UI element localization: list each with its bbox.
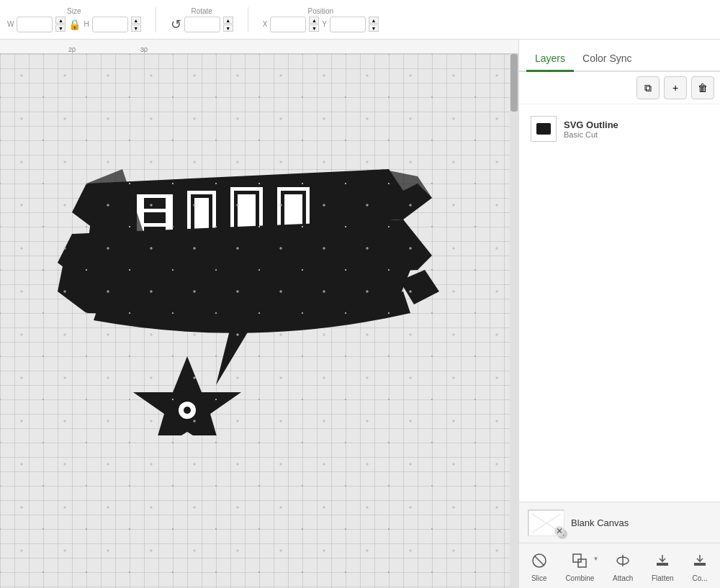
duplicate-layer-button[interactable]: ⧉: [636, 76, 660, 99]
svg-rect-2: [144, 212, 166, 223]
layer-type: Basic Cut: [564, 130, 708, 139]
panel-tabs: Layers Color Sync: [519, 40, 720, 72]
svg-rect-12: [284, 194, 302, 234]
tab-color-sync[interactable]: Color Sync: [574, 47, 640, 72]
y-up[interactable]: ▲: [369, 17, 379, 24]
width-down[interactable]: ▼: [55, 24, 66, 32]
attach-button[interactable]: Attach: [607, 550, 639, 585]
svg-rect-8: [234, 191, 259, 238]
x-label: X: [263, 20, 268, 28]
svg-point-15: [184, 407, 191, 414]
divider-2: [248, 7, 248, 32]
add-icon: +: [672, 82, 678, 94]
width-spinner[interactable]: ▲ ▼: [55, 17, 66, 32]
layer-name: SVG Outline: [564, 119, 708, 130]
slice-label: Slice: [531, 574, 547, 582]
blank-canvas-row: ✕ Blank Canvas: [519, 502, 720, 543]
flatten-button[interactable]: Flatten: [646, 550, 680, 585]
tab-layers[interactable]: Layers: [526, 47, 574, 72]
svg-rect-21: [536, 123, 551, 135]
canvas-grid[interactable]: [0, 54, 518, 588]
rotate-up[interactable]: ▲: [223, 17, 233, 24]
svg-rect-4: [187, 191, 216, 245]
height-input[interactable]: [92, 17, 128, 32]
svg-line-26: [535, 556, 544, 565]
lock-icon[interactable]: 🔒: [68, 19, 81, 30]
width-input[interactable]: [17, 17, 53, 32]
svg-rect-5: [191, 194, 212, 241]
rotate-down[interactable]: ▼: [223, 24, 233, 32]
combine-button[interactable]: Combine ▼: [559, 550, 600, 585]
attach-icon: [615, 553, 631, 572]
canvas-area[interactable]: 20 30: [0, 40, 518, 588]
rotate-input[interactable]: [184, 17, 220, 32]
height-down[interactable]: ▼: [131, 24, 141, 32]
contour-icon: [692, 553, 708, 572]
svg-rect-11: [281, 191, 306, 238]
bottom-actions: Slice Combine ▼ Attach: [519, 543, 720, 588]
svg-rect-9: [238, 194, 256, 234]
y-spinner[interactable]: ▲ ▼: [369, 17, 379, 32]
svg-point-14: [179, 402, 196, 419]
rotate-icon[interactable]: ↺: [171, 17, 181, 32]
delete-layer-button[interactable]: 🗑: [691, 76, 714, 99]
bottom-panel: ✕ Blank Canvas Slice Combine ▼: [519, 502, 720, 588]
height-up[interactable]: ▲: [131, 17, 141, 24]
layer-panel[interactable]: SVG Outline Basic Cut: [519, 104, 720, 502]
svg-rect-7: [230, 187, 263, 241]
canvas-crosses: [0, 54, 518, 588]
slice-button[interactable]: Slice: [526, 550, 553, 585]
x-input[interactable]: [270, 17, 306, 32]
blank-canvas-label: Blank Canvas: [571, 517, 629, 528]
rotate-label: Rotate: [191, 7, 212, 15]
svg-rect-28: [578, 559, 586, 567]
artwork-svg: [29, 126, 446, 435]
svg-rect-0: [137, 194, 173, 245]
layer-toolbar: ⧉ + 🗑: [519, 72, 720, 104]
delete-icon: 🗑: [698, 82, 708, 94]
scrollbar-thumb[interactable]: [510, 54, 518, 112]
svg-rect-27: [573, 554, 581, 562]
svg-marker-13: [133, 356, 241, 435]
position-group: Position X ▲ ▼ Y ▲ ▼: [263, 7, 379, 32]
slice-icon: [531, 553, 547, 572]
w-label: W: [7, 20, 14, 28]
main-area: 20 30: [0, 40, 720, 588]
x-up[interactable]: ▲: [309, 17, 319, 24]
add-layer-button[interactable]: +: [664, 76, 687, 99]
y-label: Y: [322, 20, 327, 28]
width-up[interactable]: ▲: [55, 17, 66, 24]
size-group: Size W ▲ ▼ 🔒 H ▲ ▼: [7, 7, 141, 32]
position-label: Position: [308, 7, 334, 15]
blank-canvas-thumbnail: ✕: [528, 510, 564, 535]
ruler-horizontal: 20 30: [0, 40, 518, 54]
svg-rect-6: [194, 198, 209, 238]
h-label: H: [84, 20, 89, 28]
divider-1: [156, 7, 156, 32]
attach-label: Attach: [613, 574, 633, 582]
size-label: Size: [67, 7, 81, 15]
vertical-scrollbar[interactable]: [510, 54, 518, 588]
duplicate-icon: ⧉: [644, 82, 652, 94]
contour-label: Co...: [693, 574, 708, 582]
y-down[interactable]: ▼: [369, 24, 379, 32]
contour-button[interactable]: Co...: [686, 550, 714, 585]
x-down[interactable]: ▼: [309, 24, 319, 32]
rotate-spinner[interactable]: ▲ ▼: [223, 17, 233, 32]
svg-rect-31: [657, 563, 668, 566]
y-input[interactable]: [330, 17, 366, 32]
layer-item-svg-outline[interactable]: SVG Outline Basic Cut: [525, 110, 714, 148]
right-panel: Layers Color Sync ⧉ + 🗑: [518, 40, 720, 588]
flatten-label: Flatten: [652, 574, 674, 582]
blank-canvas-close[interactable]: ✕: [557, 529, 567, 539]
blank-canvas-thumb-svg: [528, 510, 564, 536]
combine-dropdown-arrow: ▼: [593, 556, 599, 562]
svg-rect-3: [144, 227, 166, 238]
x-spinner[interactable]: ▲ ▼: [309, 17, 319, 32]
flatten-icon: [654, 553, 670, 572]
svg-rect-1: [144, 198, 166, 209]
combine-label: Combine: [565, 574, 594, 582]
combine-icon: [572, 553, 588, 572]
rotate-group: Rotate ↺ ▲ ▼: [171, 7, 233, 32]
height-spinner[interactable]: ▲ ▼: [131, 17, 141, 32]
